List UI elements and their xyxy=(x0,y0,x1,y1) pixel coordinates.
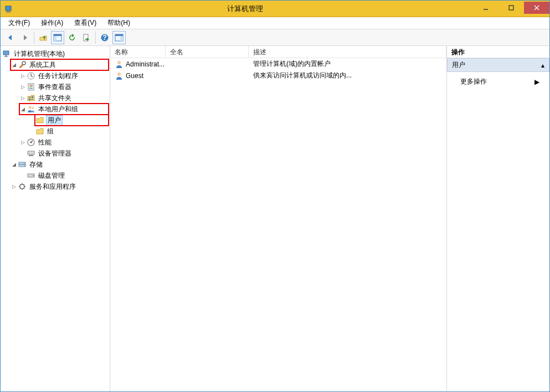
svg-point-27 xyxy=(32,107,34,109)
forward-button[interactable] xyxy=(18,31,32,44)
svg-rect-23 xyxy=(29,86,33,87)
svg-point-19 xyxy=(22,61,25,65)
svg-text:?: ? xyxy=(102,34,106,42)
user-icon xyxy=(115,71,124,80)
menu-action[interactable]: 操作(A) xyxy=(37,17,68,29)
tree-label: 服务和应用程序 xyxy=(28,182,77,192)
tree-label: 计算机管理(本地) xyxy=(13,49,66,59)
device-icon xyxy=(27,149,35,158)
list-row[interactable]: Administrat... 管理计算机(域)的内置帐户 xyxy=(110,58,446,70)
tree-groups[interactable]: 组 xyxy=(35,126,109,137)
performance-icon xyxy=(27,138,35,147)
storage-icon xyxy=(18,160,27,169)
tree-services-apps[interactable]: ▷ 服务和应用程序 xyxy=(11,181,109,192)
tree-pane: 计算机管理(本地) ◢ 系统工具 ▷ xyxy=(1,46,110,391)
action-section-header[interactable]: 用户 ▴ xyxy=(447,58,549,72)
toolbar-separator xyxy=(34,32,34,44)
tree-label: 共享文件夹 xyxy=(37,94,73,103)
svg-rect-8 xyxy=(54,34,61,36)
show-hide-action-button[interactable] xyxy=(112,31,126,44)
action-pane: 操作 用户 ▴ 更多操作 ▶ xyxy=(447,46,549,391)
toolbar-separator xyxy=(95,32,96,44)
refresh-button[interactable] xyxy=(65,31,79,44)
expander-icon[interactable]: ▷ xyxy=(19,73,26,79)
folder-icon xyxy=(35,116,44,125)
tree-label: 存储 xyxy=(28,160,44,169)
tree-label: 组 xyxy=(46,127,55,136)
show-hide-tree-button[interactable] xyxy=(51,31,64,44)
svg-rect-14 xyxy=(115,34,123,36)
menu-view[interactable]: 查看(V) xyxy=(70,17,101,29)
svg-point-35 xyxy=(24,165,25,166)
tree-label: 事件查看器 xyxy=(37,82,73,92)
folder-icon xyxy=(35,127,44,136)
svg-text:⇄: ⇄ xyxy=(28,94,34,102)
computer-icon xyxy=(2,49,11,58)
list-pane: 名称 全名 描述 Administrat... 管理计算机(域)的内置帐户 G xyxy=(110,46,447,391)
svg-rect-30 xyxy=(28,151,34,154)
col-name[interactable]: 名称 xyxy=(110,46,166,58)
action-pane-title: 操作 xyxy=(447,46,549,58)
tree-label: 任务计划程序 xyxy=(37,71,79,81)
svg-rect-4 xyxy=(509,6,513,10)
tree-label: 本地用户和组 xyxy=(37,105,79,114)
col-fullname[interactable]: 全名 xyxy=(166,46,249,58)
tree-label: 性能 xyxy=(37,138,53,147)
col-description[interactable]: 描述 xyxy=(249,46,446,58)
tree-users[interactable]: 用户 xyxy=(35,115,109,126)
cell-name: Administrat... xyxy=(126,60,165,68)
tree-task-scheduler[interactable]: ▷ 任务计划程序 xyxy=(19,70,109,81)
cell-desc: 供来宾访问计算机或访问域的内... xyxy=(249,71,446,80)
tree-event-viewer[interactable]: ▷ 事件查看器 xyxy=(19,81,109,92)
svg-point-34 xyxy=(24,163,25,164)
chevron-right-icon: ▶ xyxy=(534,78,539,86)
tree-shared-folders[interactable]: ▷ ⇄ 共享文件夹 xyxy=(19,92,109,104)
svg-point-40 xyxy=(117,73,121,76)
menubar: 文件(F) 操作(A) 查看(V) 帮助(H) xyxy=(1,17,549,29)
tree-disk-management[interactable]: ▷ 磁盘管理 xyxy=(19,170,109,181)
tree-local-users-groups[interactable]: ◢ 本地用户和组 xyxy=(19,104,109,115)
list-body: Administrat... 管理计算机(域)的内置帐户 Guest 供来宾访问… xyxy=(110,58,446,391)
list-row[interactable]: Guest 供来宾访问计算机或访问域的内... xyxy=(110,70,446,81)
close-button[interactable] xyxy=(524,2,549,14)
tree-label: 设备管理器 xyxy=(37,149,73,158)
tree-label: 用户 xyxy=(46,115,63,126)
maximize-button[interactable] xyxy=(498,2,524,14)
expander-icon[interactable]: ▷ xyxy=(11,183,17,190)
svg-point-29 xyxy=(30,142,32,143)
expander-icon[interactable]: ◢ xyxy=(11,161,17,168)
menu-file[interactable]: 文件(F) xyxy=(4,17,34,29)
action-more[interactable]: 更多操作 ▶ xyxy=(447,75,549,88)
app-window: 计算机管理 文件(F) 操作(A) 查看(V) 帮助(H) ? xyxy=(0,0,550,392)
tree-label: 磁盘管理 xyxy=(37,171,66,180)
tree-performance[interactable]: ▷ 性能 xyxy=(19,137,109,148)
expander-icon[interactable]: ◢ xyxy=(11,61,17,68)
tools-icon xyxy=(18,60,27,69)
clock-icon xyxy=(27,71,35,80)
users-groups-icon xyxy=(27,105,35,114)
tree-device-manager[interactable]: ▷ 设备管理器 xyxy=(19,148,109,159)
svg-point-26 xyxy=(29,106,32,109)
svg-rect-2 xyxy=(6,12,11,12)
tree-root[interactable]: 计算机管理(本地) xyxy=(2,48,109,59)
expander-icon[interactable]: ▷ xyxy=(19,95,26,101)
cell-desc: 管理计算机(域)的内置帐户 xyxy=(249,59,446,69)
user-icon xyxy=(115,60,124,69)
tree-storage[interactable]: ◢ 存储 xyxy=(11,159,109,170)
expander-icon[interactable]: ▷ xyxy=(19,139,26,146)
expander-icon[interactable]: ◢ xyxy=(19,106,26,112)
export-button[interactable] xyxy=(80,31,93,44)
shared-folder-icon: ⇄ xyxy=(27,94,35,102)
cell-name: Guest xyxy=(126,72,143,80)
tree-label: 系统工具 xyxy=(28,60,57,70)
menu-help[interactable]: 帮助(H) xyxy=(103,17,135,29)
tree-system-tools[interactable]: ◢ 系统工具 xyxy=(11,59,109,70)
help-button[interactable]: ? xyxy=(98,31,111,44)
action-section-label: 用户 xyxy=(452,60,465,70)
minimize-button[interactable] xyxy=(473,2,498,14)
back-button[interactable] xyxy=(4,31,17,44)
expander-icon[interactable]: ▷ xyxy=(19,84,26,90)
up-button[interactable] xyxy=(37,31,50,44)
svg-point-39 xyxy=(117,61,121,64)
list-header: 名称 全名 描述 xyxy=(110,46,446,58)
